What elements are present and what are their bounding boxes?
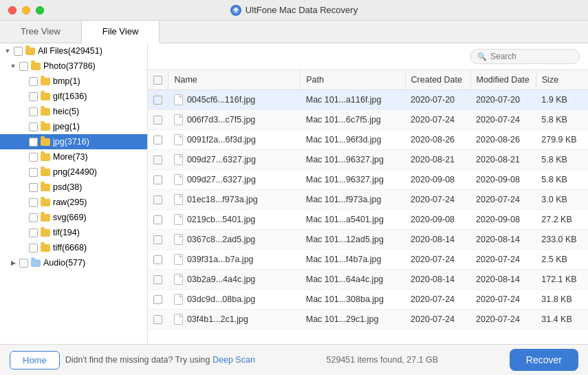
sidebar-item-gif[interactable]: gif(1636) xyxy=(0,89,147,104)
table-row[interactable]: 009d27...6327.jpg Mac 101...96327.jpg 20… xyxy=(148,150,588,170)
checkbox-more[interactable] xyxy=(29,153,38,162)
td-checkbox-11[interactable] xyxy=(148,310,168,330)
checkbox-bmp[interactable] xyxy=(29,77,38,86)
sidebar-label-bmp: bmp(1) xyxy=(53,76,80,86)
sidebar-item-svg[interactable]: svg(669) xyxy=(0,210,147,225)
file-table-container: Name Path Created Date Modified Date Siz… xyxy=(148,70,588,344)
row-checkbox-6[interactable] xyxy=(153,215,162,224)
table-row[interactable]: 0219cb...5401.jpg Mac 101...a5401.jpg 20… xyxy=(148,210,588,230)
sidebar-item-more[interactable]: More(73) xyxy=(0,149,147,164)
td-checkbox-3[interactable] xyxy=(148,150,168,170)
sidebar-item-all-files[interactable]: ▼All Files(429451) xyxy=(0,43,147,58)
td-modified-3: 2020-08-21 xyxy=(470,150,536,170)
close-button[interactable] xyxy=(8,6,17,14)
table-row[interactable]: 0367c8...2ad5.jpg Mac 101...12ad5.jpg 20… xyxy=(148,230,588,250)
tab-tree-view[interactable]: Tree View xyxy=(0,21,82,43)
recover-button[interactable]: Recover xyxy=(510,349,578,371)
row-checkbox-11[interactable] xyxy=(153,315,162,324)
file-icon-8 xyxy=(174,254,183,265)
td-checkbox-9[interactable] xyxy=(148,270,168,290)
search-box[interactable]: 🔍 xyxy=(470,49,580,64)
sidebar-item-tif[interactable]: tif(194) xyxy=(0,225,147,240)
sidebar-item-jpg[interactable]: jpg(3716) xyxy=(0,134,147,149)
sidebar-item-bmp[interactable]: bmp(1) xyxy=(0,74,147,89)
td-path-9: Mac 101...64a4c.jpg xyxy=(301,270,405,290)
checkbox-tiff[interactable] xyxy=(29,244,38,253)
select-all-checkbox[interactable] xyxy=(153,76,162,85)
td-checkbox-6[interactable] xyxy=(148,210,168,230)
td-checkbox-10[interactable] xyxy=(148,290,168,310)
checkbox-gif[interactable] xyxy=(29,92,38,101)
row-checkbox-8[interactable] xyxy=(153,255,162,264)
sidebar-label-photo: Photo(37786) xyxy=(43,61,96,71)
td-modified-8: 2020-07-24 xyxy=(470,250,536,270)
maximize-button[interactable] xyxy=(36,6,44,14)
sidebar-item-psd[interactable]: psd(38) xyxy=(0,180,147,195)
td-name-9: 03b2a9...4a4c.jpg xyxy=(168,270,301,290)
sidebar-item-png[interactable]: png(24490) xyxy=(0,164,147,180)
sidebar-item-jpeg[interactable]: jpeg(1) xyxy=(0,119,147,134)
table-row[interactable]: 0045cf6...116f.jpg Mac 101...a116f.jpg 2… xyxy=(148,90,588,110)
td-checkbox-2[interactable] xyxy=(148,130,168,150)
td-checkbox-7[interactable] xyxy=(148,230,168,250)
deep-scan-link[interactable]: Deep Scan xyxy=(213,355,255,365)
footer-stats: 529451 items found, 27.1 GB xyxy=(327,355,439,365)
row-checkbox-1[interactable] xyxy=(153,116,162,125)
file-name-2: 0091f2a...6f3d.jpg xyxy=(187,135,256,144)
td-name-11: 03f4b1...2c1.jpg xyxy=(168,310,301,330)
sidebar-label-jpeg: jpeg(1) xyxy=(53,122,80,131)
tab-file-view[interactable]: File View xyxy=(82,21,160,43)
row-checkbox-0[interactable] xyxy=(153,96,162,105)
td-checkbox-8[interactable] xyxy=(148,250,168,270)
checkbox-heic[interactable] xyxy=(29,107,38,116)
sidebar-item-tiff[interactable]: tiff(6668) xyxy=(0,240,147,255)
table-row[interactable]: 03b2a9...4a4c.jpg Mac 101...64a4c.jpg 20… xyxy=(148,270,588,290)
checkbox-svg[interactable] xyxy=(29,213,38,222)
sidebar-item-photo[interactable]: ▼Photo(37786) xyxy=(0,58,147,74)
th-select-all[interactable] xyxy=(148,70,168,90)
td-checkbox-0[interactable] xyxy=(148,90,168,110)
checkbox-raw[interactable] xyxy=(29,198,38,207)
td-modified-4: 2020-09-08 xyxy=(470,170,536,190)
checkbox-tif[interactable] xyxy=(29,228,38,237)
checkbox-png[interactable] xyxy=(29,168,38,177)
checkbox-jpg[interactable] xyxy=(29,138,38,147)
folder-icon-svg xyxy=(41,214,50,222)
th-size: Size xyxy=(536,70,588,90)
td-checkbox-1[interactable] xyxy=(148,110,168,130)
checkbox-jpeg[interactable] xyxy=(29,122,38,131)
table-row[interactable]: 03dc9d...08ba.jpg Mac 101...308ba.jpg 20… xyxy=(148,290,588,310)
checkbox-audio[interactable] xyxy=(19,259,28,268)
minimize-button[interactable] xyxy=(22,6,30,14)
th-created: Created Date xyxy=(405,70,470,90)
app-title-container: UltFone Mac Data Recovery xyxy=(230,5,358,16)
table-row[interactable]: 0091f2a...6f3d.jpg Mac 101...96f3d.jpg 2… xyxy=(148,130,588,150)
row-checkbox-9[interactable] xyxy=(153,275,162,284)
table-row[interactable]: 039f31a...b7a.jpg Mac 101...f4b7a.jpg 20… xyxy=(148,250,588,270)
row-checkbox-4[interactable] xyxy=(153,175,162,184)
checkbox-photo[interactable] xyxy=(19,62,28,71)
folder-icon-heic xyxy=(41,108,50,116)
td-name-4: 009d27...6327.jpg xyxy=(168,170,301,190)
checkbox-all-files[interactable] xyxy=(14,47,23,56)
row-checkbox-7[interactable] xyxy=(153,235,162,244)
sidebar-item-audio[interactable]: ▶Audio(577) xyxy=(0,255,147,270)
table-row[interactable]: 01ec18...f973a.jpg Mac 101...f973a.jpg 2… xyxy=(148,190,588,210)
row-checkbox-10[interactable] xyxy=(153,295,162,304)
table-row[interactable]: 009d27...6327.jpg Mac 101...96327.jpg 20… xyxy=(148,170,588,190)
table-row[interactable]: 006f7d3...c7f5.jpg Mac 101...6c7f5.jpg 2… xyxy=(148,110,588,130)
search-input[interactable] xyxy=(490,52,573,61)
row-checkbox-3[interactable] xyxy=(153,156,162,164)
th-name: Name xyxy=(168,70,301,90)
row-checkbox-5[interactable] xyxy=(153,195,162,204)
sidebar-item-raw[interactable]: raw(295) xyxy=(0,195,147,210)
home-button[interactable]: Home xyxy=(10,351,60,369)
td-checkbox-5[interactable] xyxy=(148,190,168,210)
td-checkbox-4[interactable] xyxy=(148,170,168,190)
table-row[interactable]: 03f4b1...2c1.jpg Mac 101...29c1.jpg 2020… xyxy=(148,310,588,330)
checkbox-psd[interactable] xyxy=(29,183,38,192)
row-checkbox-2[interactable] xyxy=(153,136,162,144)
td-size-9: 172.1 KB xyxy=(536,270,588,290)
chevron-icon-audio: ▶ xyxy=(10,259,17,266)
sidebar-item-heic[interactable]: heic(5) xyxy=(0,104,147,119)
